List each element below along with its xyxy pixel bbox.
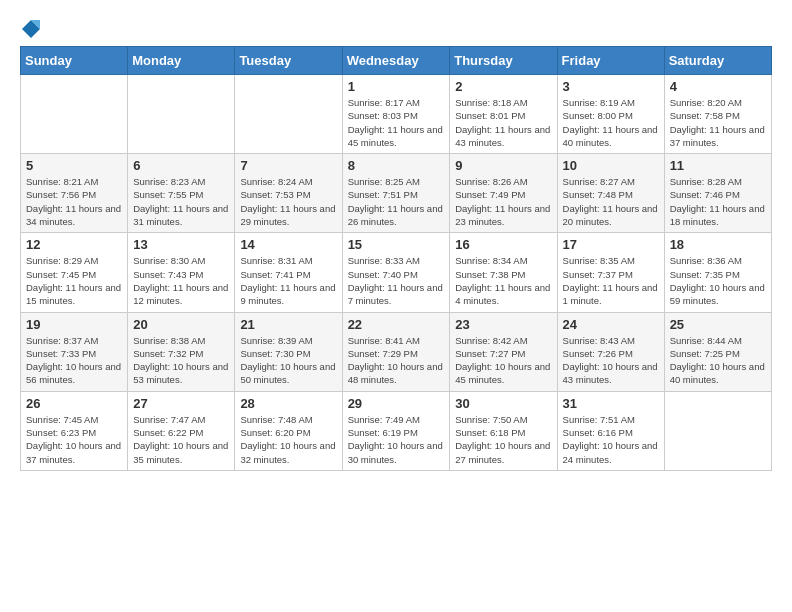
calendar-cell: 28Sunrise: 7:48 AM Sunset: 6:20 PM Dayli… bbox=[235, 391, 342, 470]
day-number: 23 bbox=[455, 317, 551, 332]
calendar-week-row: 26Sunrise: 7:45 AM Sunset: 6:23 PM Dayli… bbox=[21, 391, 772, 470]
day-number: 26 bbox=[26, 396, 122, 411]
calendar-cell: 17Sunrise: 8:35 AM Sunset: 7:37 PM Dayli… bbox=[557, 233, 664, 312]
day-number: 15 bbox=[348, 237, 445, 252]
calendar-cell: 15Sunrise: 8:33 AM Sunset: 7:40 PM Dayli… bbox=[342, 233, 450, 312]
calendar-cell bbox=[128, 75, 235, 154]
day-info: Sunrise: 7:47 AM Sunset: 6:22 PM Dayligh… bbox=[133, 413, 229, 466]
day-number: 10 bbox=[563, 158, 659, 173]
day-number: 14 bbox=[240, 237, 336, 252]
day-number: 20 bbox=[133, 317, 229, 332]
calendar-cell: 24Sunrise: 8:43 AM Sunset: 7:26 PM Dayli… bbox=[557, 312, 664, 391]
calendar-cell bbox=[21, 75, 128, 154]
calendar-cell: 11Sunrise: 8:28 AM Sunset: 7:46 PM Dayli… bbox=[664, 154, 771, 233]
day-info: Sunrise: 8:26 AM Sunset: 7:49 PM Dayligh… bbox=[455, 175, 551, 228]
calendar-cell: 13Sunrise: 8:30 AM Sunset: 7:43 PM Dayli… bbox=[128, 233, 235, 312]
page-header bbox=[20, 20, 772, 38]
day-info: Sunrise: 8:41 AM Sunset: 7:29 PM Dayligh… bbox=[348, 334, 445, 387]
calendar-cell: 3Sunrise: 8:19 AM Sunset: 8:00 PM Daylig… bbox=[557, 75, 664, 154]
day-info: Sunrise: 7:45 AM Sunset: 6:23 PM Dayligh… bbox=[26, 413, 122, 466]
day-number: 22 bbox=[348, 317, 445, 332]
day-number: 28 bbox=[240, 396, 336, 411]
day-number: 5 bbox=[26, 158, 122, 173]
day-info: Sunrise: 7:51 AM Sunset: 6:16 PM Dayligh… bbox=[563, 413, 659, 466]
logo-icon bbox=[22, 20, 40, 38]
day-info: Sunrise: 8:35 AM Sunset: 7:37 PM Dayligh… bbox=[563, 254, 659, 307]
calendar-cell: 27Sunrise: 7:47 AM Sunset: 6:22 PM Dayli… bbox=[128, 391, 235, 470]
calendar-cell: 29Sunrise: 7:49 AM Sunset: 6:19 PM Dayli… bbox=[342, 391, 450, 470]
calendar-cell: 7Sunrise: 8:24 AM Sunset: 7:53 PM Daylig… bbox=[235, 154, 342, 233]
day-info: Sunrise: 8:31 AM Sunset: 7:41 PM Dayligh… bbox=[240, 254, 336, 307]
day-info: Sunrise: 8:44 AM Sunset: 7:25 PM Dayligh… bbox=[670, 334, 766, 387]
day-info: Sunrise: 8:36 AM Sunset: 7:35 PM Dayligh… bbox=[670, 254, 766, 307]
day-of-week-header: Thursday bbox=[450, 47, 557, 75]
day-info: Sunrise: 8:24 AM Sunset: 7:53 PM Dayligh… bbox=[240, 175, 336, 228]
calendar-cell: 4Sunrise: 8:20 AM Sunset: 7:58 PM Daylig… bbox=[664, 75, 771, 154]
calendar-cell: 1Sunrise: 8:17 AM Sunset: 8:03 PM Daylig… bbox=[342, 75, 450, 154]
calendar-cell: 31Sunrise: 7:51 AM Sunset: 6:16 PM Dayli… bbox=[557, 391, 664, 470]
day-of-week-header: Friday bbox=[557, 47, 664, 75]
day-of-week-header: Tuesday bbox=[235, 47, 342, 75]
calendar-cell: 9Sunrise: 8:26 AM Sunset: 7:49 PM Daylig… bbox=[450, 154, 557, 233]
calendar-cell: 23Sunrise: 8:42 AM Sunset: 7:27 PM Dayli… bbox=[450, 312, 557, 391]
day-number: 1 bbox=[348, 79, 445, 94]
calendar-cell: 14Sunrise: 8:31 AM Sunset: 7:41 PM Dayli… bbox=[235, 233, 342, 312]
calendar-cell: 18Sunrise: 8:36 AM Sunset: 7:35 PM Dayli… bbox=[664, 233, 771, 312]
calendar-cell: 8Sunrise: 8:25 AM Sunset: 7:51 PM Daylig… bbox=[342, 154, 450, 233]
day-info: Sunrise: 8:23 AM Sunset: 7:55 PM Dayligh… bbox=[133, 175, 229, 228]
calendar-cell: 21Sunrise: 8:39 AM Sunset: 7:30 PM Dayli… bbox=[235, 312, 342, 391]
day-number: 6 bbox=[133, 158, 229, 173]
day-number: 3 bbox=[563, 79, 659, 94]
calendar-week-row: 19Sunrise: 8:37 AM Sunset: 7:33 PM Dayli… bbox=[21, 312, 772, 391]
calendar-cell: 10Sunrise: 8:27 AM Sunset: 7:48 PM Dayli… bbox=[557, 154, 664, 233]
day-info: Sunrise: 8:28 AM Sunset: 7:46 PM Dayligh… bbox=[670, 175, 766, 228]
day-number: 16 bbox=[455, 237, 551, 252]
calendar-week-row: 12Sunrise: 8:29 AM Sunset: 7:45 PM Dayli… bbox=[21, 233, 772, 312]
calendar-cell: 30Sunrise: 7:50 AM Sunset: 6:18 PM Dayli… bbox=[450, 391, 557, 470]
day-number: 11 bbox=[670, 158, 766, 173]
day-info: Sunrise: 8:18 AM Sunset: 8:01 PM Dayligh… bbox=[455, 96, 551, 149]
calendar-cell: 19Sunrise: 8:37 AM Sunset: 7:33 PM Dayli… bbox=[21, 312, 128, 391]
day-info: Sunrise: 8:39 AM Sunset: 7:30 PM Dayligh… bbox=[240, 334, 336, 387]
calendar-week-row: 5Sunrise: 8:21 AM Sunset: 7:56 PM Daylig… bbox=[21, 154, 772, 233]
calendar-week-row: 1Sunrise: 8:17 AM Sunset: 8:03 PM Daylig… bbox=[21, 75, 772, 154]
calendar-cell bbox=[664, 391, 771, 470]
calendar-cell: 2Sunrise: 8:18 AM Sunset: 8:01 PM Daylig… bbox=[450, 75, 557, 154]
day-info: Sunrise: 8:19 AM Sunset: 8:00 PM Dayligh… bbox=[563, 96, 659, 149]
day-info: Sunrise: 8:17 AM Sunset: 8:03 PM Dayligh… bbox=[348, 96, 445, 149]
day-number: 17 bbox=[563, 237, 659, 252]
day-info: Sunrise: 8:34 AM Sunset: 7:38 PM Dayligh… bbox=[455, 254, 551, 307]
day-number: 4 bbox=[670, 79, 766, 94]
day-info: Sunrise: 8:42 AM Sunset: 7:27 PM Dayligh… bbox=[455, 334, 551, 387]
day-info: Sunrise: 8:43 AM Sunset: 7:26 PM Dayligh… bbox=[563, 334, 659, 387]
day-of-week-header: Sunday bbox=[21, 47, 128, 75]
day-of-week-header: Wednesday bbox=[342, 47, 450, 75]
day-info: Sunrise: 8:33 AM Sunset: 7:40 PM Dayligh… bbox=[348, 254, 445, 307]
day-info: Sunrise: 7:50 AM Sunset: 6:18 PM Dayligh… bbox=[455, 413, 551, 466]
day-info: Sunrise: 8:37 AM Sunset: 7:33 PM Dayligh… bbox=[26, 334, 122, 387]
day-number: 29 bbox=[348, 396, 445, 411]
day-number: 27 bbox=[133, 396, 229, 411]
day-info: Sunrise: 8:27 AM Sunset: 7:48 PM Dayligh… bbox=[563, 175, 659, 228]
day-number: 12 bbox=[26, 237, 122, 252]
day-info: Sunrise: 8:29 AM Sunset: 7:45 PM Dayligh… bbox=[26, 254, 122, 307]
day-number: 25 bbox=[670, 317, 766, 332]
day-number: 7 bbox=[240, 158, 336, 173]
calendar-cell: 20Sunrise: 8:38 AM Sunset: 7:32 PM Dayli… bbox=[128, 312, 235, 391]
day-number: 31 bbox=[563, 396, 659, 411]
day-info: Sunrise: 8:20 AM Sunset: 7:58 PM Dayligh… bbox=[670, 96, 766, 149]
day-number: 13 bbox=[133, 237, 229, 252]
calendar-cell: 5Sunrise: 8:21 AM Sunset: 7:56 PM Daylig… bbox=[21, 154, 128, 233]
calendar-cell: 25Sunrise: 8:44 AM Sunset: 7:25 PM Dayli… bbox=[664, 312, 771, 391]
calendar-table: SundayMondayTuesdayWednesdayThursdayFrid… bbox=[20, 46, 772, 471]
day-info: Sunrise: 8:30 AM Sunset: 7:43 PM Dayligh… bbox=[133, 254, 229, 307]
day-of-week-header: Saturday bbox=[664, 47, 771, 75]
calendar-cell: 26Sunrise: 7:45 AM Sunset: 6:23 PM Dayli… bbox=[21, 391, 128, 470]
calendar-header-row: SundayMondayTuesdayWednesdayThursdayFrid… bbox=[21, 47, 772, 75]
calendar-cell: 12Sunrise: 8:29 AM Sunset: 7:45 PM Dayli… bbox=[21, 233, 128, 312]
calendar-cell: 6Sunrise: 8:23 AM Sunset: 7:55 PM Daylig… bbox=[128, 154, 235, 233]
day-info: Sunrise: 8:25 AM Sunset: 7:51 PM Dayligh… bbox=[348, 175, 445, 228]
day-number: 8 bbox=[348, 158, 445, 173]
day-info: Sunrise: 7:49 AM Sunset: 6:19 PM Dayligh… bbox=[348, 413, 445, 466]
day-number: 30 bbox=[455, 396, 551, 411]
